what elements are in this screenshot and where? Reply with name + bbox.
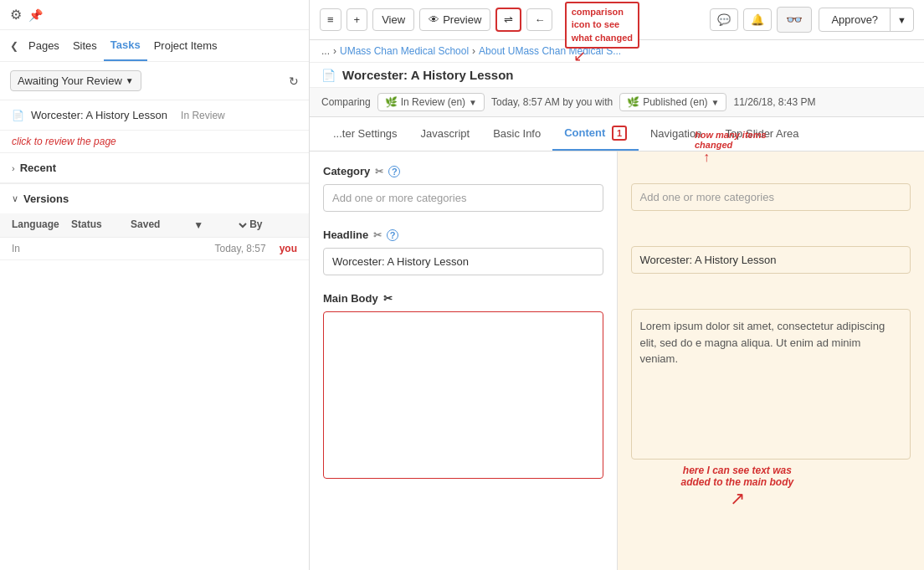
versions-table-header: Language Status Saved ▼ By bbox=[0, 213, 309, 238]
headline-label: Headline ✂ ? bbox=[323, 229, 603, 241]
back-button[interactable]: ← bbox=[526, 8, 552, 31]
recent-label: Recent bbox=[20, 162, 56, 174]
tab-javascript[interactable]: Javascript bbox=[409, 119, 482, 150]
add-button[interactable]: + bbox=[346, 8, 368, 31]
versions-row[interactable]: In Today, 8:57 you bbox=[0, 238, 309, 260]
filter-dropdown[interactable]: Awaiting Your Review ▼ bbox=[10, 70, 141, 91]
preview-button[interactable]: 👁 Preview bbox=[419, 8, 490, 31]
tab-basic-info[interactable]: Basic Info bbox=[481, 119, 552, 150]
gear-icon[interactable]: ⚙ bbox=[10, 7, 22, 23]
main-body-note2: added to the main body bbox=[681, 476, 794, 488]
category-help-icon[interactable]: ? bbox=[388, 166, 400, 177]
tabs-row: ...ter Settings Javascript Basic Info Co… bbox=[310, 117, 924, 151]
main-body-textarea[interactable] bbox=[323, 311, 603, 479]
breadcrumb-arrow2: › bbox=[472, 45, 475, 57]
tab-top-slider[interactable]: Top Slider Area bbox=[713, 119, 810, 150]
versions-section-header[interactable]: ∨ Versions bbox=[0, 183, 309, 213]
page-icon: 📄 bbox=[321, 69, 336, 82]
tab-content[interactable]: Content 1 bbox=[552, 117, 639, 151]
in-review-badge[interactable]: 🌿 In Review (en) ▼ bbox=[377, 93, 485, 111]
breadcrumb-item1[interactable]: UMass Chan Medical School bbox=[340, 45, 469, 57]
category-scissors-icon: ✂ bbox=[375, 166, 383, 177]
main-body-lorem: Lorem ipsum dolor sit amet, consectetur … bbox=[640, 320, 886, 365]
headline-input-left[interactable]: Worcester: A History Lesson bbox=[323, 248, 603, 275]
page-title: Worcester: A History Lesson bbox=[342, 68, 514, 82]
task-item-title: Worcester: A History Lesson bbox=[31, 109, 167, 121]
main-body-label: Main Body ✂ bbox=[323, 292, 603, 305]
task-item-status: In Review bbox=[181, 110, 225, 121]
content-badge: 1 bbox=[612, 126, 627, 141]
comment-icon: 💬 bbox=[717, 13, 731, 26]
category-right-group: Add one or more categories bbox=[631, 165, 911, 211]
category-label: Category ✂ ? bbox=[323, 165, 603, 177]
task-item[interactable]: 📄 Worcester: A History Lesson In Review bbox=[0, 100, 309, 131]
main-body-note1: here I can see text was bbox=[683, 465, 792, 476]
list-icon: ≡ bbox=[327, 13, 334, 26]
refresh-button[interactable]: ↻ bbox=[289, 74, 299, 88]
main-body-content-right: Lorem ipsum dolor sit amet, consectetur … bbox=[631, 309, 911, 460]
versions-row-lang: In bbox=[12, 243, 20, 254]
sidebar-item-pages[interactable]: Pages bbox=[22, 31, 66, 60]
filter-label: Awaiting Your Review bbox=[18, 74, 122, 87]
category-placeholder-right: Add one or more categories bbox=[640, 191, 774, 203]
tab-master-settings[interactable]: ...ter Settings bbox=[321, 119, 409, 150]
sidebar-top-bar: ⚙ 📌 bbox=[0, 0, 309, 30]
notification-button[interactable]: 🔔 bbox=[743, 8, 772, 31]
main-body-scissors-icon: ✂ bbox=[383, 292, 393, 305]
category-field-group: Category ✂ ? Add one or more categories bbox=[323, 165, 603, 212]
sidebar-nav-arrow[interactable]: ❮ bbox=[7, 33, 22, 59]
list-button[interactable]: ≡ bbox=[320, 8, 341, 31]
recent-section-header[interactable]: › Recent bbox=[0, 152, 309, 182]
versions-col-by: By bbox=[249, 218, 297, 232]
tab-navigation[interactable]: Navigation bbox=[639, 119, 713, 150]
published-badge[interactable]: 🌿 Published (en) ▼ bbox=[619, 93, 726, 111]
recent-chevron: › bbox=[12, 163, 15, 173]
comparing-label: Comparing bbox=[321, 96, 371, 108]
versions-col-status: Status bbox=[71, 218, 131, 232]
main-area: ≡ + View 👁 Preview ⇌ ← bbox=[310, 0, 924, 570]
glasses-button[interactable]: 👓 bbox=[777, 7, 812, 33]
sidebar-item-project-items[interactable]: Project Items bbox=[147, 31, 224, 60]
compare-button[interactable]: ⇌ bbox=[495, 8, 521, 32]
headline-value-right: Worcester: A History Lesson bbox=[631, 246, 911, 274]
page-title-row: 📄 Worcester: A History Lesson bbox=[310, 63, 924, 88]
approve-button: Approve? ▼ bbox=[819, 8, 914, 32]
approve-label[interactable]: Approve? bbox=[819, 8, 891, 31]
sidebar: ⚙ 📌 ❮ Pages Sites Tasks Project Items Aw… bbox=[0, 0, 310, 570]
versions-chevron: ∨ bbox=[12, 193, 18, 204]
versions-col-saved: Saved bbox=[131, 218, 190, 232]
category-input-right: Add one or more categories bbox=[631, 183, 911, 211]
back-icon: ← bbox=[534, 13, 545, 26]
breadcrumb: ... › UMass Chan Medical School › About … bbox=[310, 40, 924, 63]
pin-icon[interactable]: 📌 bbox=[28, 8, 43, 22]
sidebar-item-tasks[interactable]: Tasks bbox=[104, 30, 147, 61]
versions-row-saved: Today, 8:57 bbox=[215, 243, 266, 254]
view-label: View bbox=[382, 13, 405, 26]
headline-right-group: Worcester: A History Lesson bbox=[631, 228, 911, 274]
compare-icon: ⇌ bbox=[504, 13, 513, 26]
headline-text-right: Worcester: A History Lesson bbox=[640, 254, 777, 266]
tab-content-label: Content bbox=[564, 126, 605, 139]
headline-help-icon[interactable]: ? bbox=[387, 229, 398, 241]
breadcrumb-arrow1: › bbox=[333, 45, 336, 57]
versions-saved-select[interactable]: ▼ bbox=[190, 218, 249, 232]
in-review-arrow: ▼ bbox=[469, 98, 477, 107]
approve-area: 👓 Approve? ▼ bbox=[777, 7, 914, 33]
approve-arrow[interactable]: ▼ bbox=[891, 10, 913, 30]
sidebar-item-sites[interactable]: Sites bbox=[66, 31, 104, 60]
category-text: Category bbox=[323, 165, 370, 177]
main-body-text: Main Body bbox=[323, 292, 378, 305]
main-body-annotation: here I can see text was added to the mai… bbox=[681, 465, 794, 510]
headline-field-group: Headline ✂ ? Worcester: A History Lesson bbox=[323, 229, 603, 275]
published-icon: 🌿 bbox=[627, 96, 639, 108]
compare-bar: Comparing 🌿 In Review (en) ▼ Today, 8:57… bbox=[310, 88, 924, 117]
content-left: Category ✂ ? Add one or more categories … bbox=[310, 151, 618, 570]
breadcrumb-item2[interactable]: About UMass Chan Medical S... bbox=[479, 45, 621, 57]
comment-button[interactable]: 💬 bbox=[710, 8, 738, 31]
filter-row: Awaiting Your Review ▼ ↻ bbox=[0, 62, 309, 100]
toolbar-wrapper: ≡ + View 👁 Preview ⇌ ← bbox=[310, 0, 924, 40]
view-button[interactable]: View bbox=[372, 8, 414, 31]
category-input-left[interactable]: Add one or more categories bbox=[323, 184, 603, 212]
published-arrow: ▼ bbox=[711, 98, 720, 107]
versions-section: ∨ Versions Language Status Saved ▼ By In… bbox=[0, 182, 309, 260]
